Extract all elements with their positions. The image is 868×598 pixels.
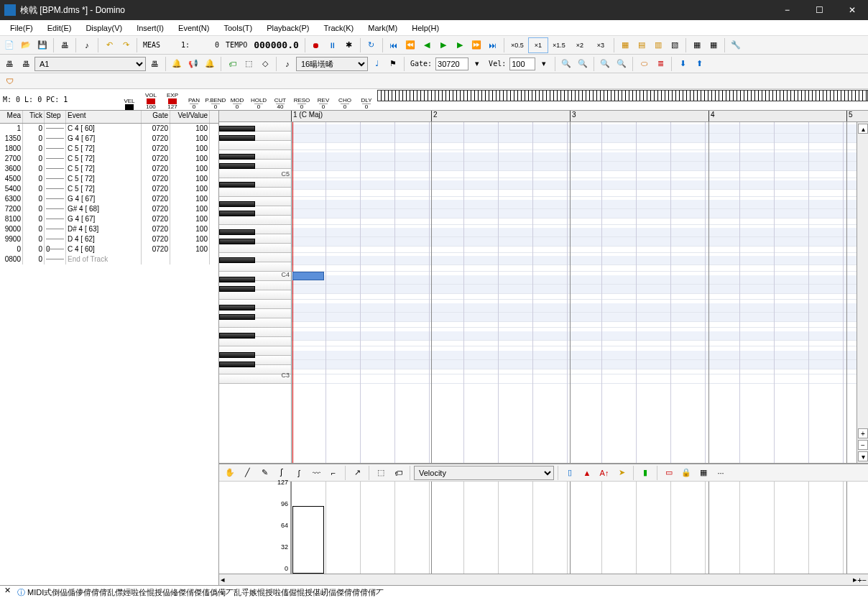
zoom-×0.5[interactable]: ×0.5 xyxy=(507,37,527,53)
menu-insert[interactable]: Insert(I) xyxy=(129,22,171,34)
panic-button[interactable]: ✱ xyxy=(341,37,357,53)
piano-keyboard[interactable]: C5C4C3 xyxy=(219,122,291,463)
velocity-bar[interactable] xyxy=(292,506,324,574)
event-row[interactable]: 27000C 5 [ 72]0720100 xyxy=(0,154,218,164)
vel-tool-wave[interactable]: 〰 xyxy=(308,465,324,481)
evcol-tick[interactable]: Tick xyxy=(23,111,45,123)
event-row[interactable]: 08000End of Track xyxy=(0,254,218,264)
zoomh-button[interactable]: 🔍 xyxy=(597,56,613,72)
minimize-button[interactable]: − xyxy=(771,0,803,20)
zoom-×1.5[interactable]: ×1.5 xyxy=(549,37,569,53)
menu-edit[interactable]: Edit(E) xyxy=(40,22,79,34)
vel-led[interactable]: ▮ xyxy=(637,465,653,481)
select-rect-button[interactable]: ⬚ xyxy=(241,56,257,72)
event-row[interactable]: 63000G 4 [ 67]0720100 xyxy=(0,194,218,204)
timeline-mark[interactable]: 1 (C Maj) xyxy=(291,111,323,121)
track-print-button[interactable]: 🖶 xyxy=(147,56,162,72)
track-select[interactable]: A1 xyxy=(34,57,146,71)
vscroll-zoom-out[interactable]: − xyxy=(858,440,868,450)
vel-lock[interactable]: 🔒 xyxy=(678,465,694,481)
vel-misc[interactable]: ··· xyxy=(713,465,729,481)
event-row[interactable]: 000C 4 [ 60]0720100 xyxy=(0,244,218,254)
vel-chart4[interactable]: ➤ xyxy=(614,465,629,481)
vel-tool-step[interactable]: ⌐ xyxy=(326,465,341,481)
undo-button[interactable]: ↶ xyxy=(101,37,117,53)
event-row[interactable]: 81000G 4 [ 67]0720100 xyxy=(0,214,218,224)
vel-chart1[interactable]: ▯ xyxy=(562,465,578,481)
step-fwd-button[interactable]: ▶ xyxy=(452,37,468,53)
velocity-grid[interactable] xyxy=(291,482,868,574)
hscroll-left[interactable]: ◂ xyxy=(221,575,225,584)
velocity-hscroll[interactable]: ◂ ▸ + − xyxy=(219,574,868,585)
save-file-button[interactable]: 💾 xyxy=(34,37,50,53)
vel-rec[interactable]: ▭ xyxy=(661,465,677,481)
timeline-mark[interactable]: 3 xyxy=(570,111,576,121)
rewind-button[interactable]: ⏪ xyxy=(402,37,418,53)
gate-spin[interactable]: ▾ xyxy=(469,56,485,72)
print-button[interactable]: 🖶 xyxy=(57,37,73,53)
vel-tool-curve2[interactable]: ∫ xyxy=(291,465,307,481)
evcol-vel/value[interactable]: Vel/Value xyxy=(170,111,210,123)
pause-button[interactable]: ⏸ xyxy=(325,37,341,53)
vel-chart3[interactable]: A↑ xyxy=(596,465,612,481)
vel-chart2[interactable]: ▲ xyxy=(579,465,595,481)
bell2-button[interactable]: 🔔 xyxy=(202,56,218,72)
loop-button[interactable]: ↻ xyxy=(364,37,379,53)
patch-select[interactable]: 16暘壜晞 xyxy=(296,57,368,71)
evcol-mea[interactable]: Mea xyxy=(0,111,23,123)
import-button[interactable]: ⬇ xyxy=(675,56,691,72)
open-file-button[interactable]: 📂 xyxy=(18,37,34,53)
menu-mark[interactable]: Mark(M) xyxy=(361,22,405,34)
event-list-body[interactable]: 10C 4 [ 60]072010013500G 4 [ 67]07201001… xyxy=(0,124,218,585)
record-button[interactable]: ⏺ xyxy=(308,37,324,53)
event-row[interactable]: 45000C 5 [ 72]0720100 xyxy=(0,174,218,184)
vel-tool-line[interactable]: ╱ xyxy=(239,465,255,481)
zoom-×2[interactable]: ×2 xyxy=(570,37,590,53)
gate-input[interactable] xyxy=(435,58,468,70)
view3-button[interactable]: ▥ xyxy=(650,37,666,53)
message-close-button[interactable]: ✕ xyxy=(0,586,14,598)
settings-button[interactable]: 🔧 xyxy=(728,37,744,53)
timeline-mark[interactable]: 5 xyxy=(846,111,853,121)
menu-display[interactable]: Display(V) xyxy=(78,22,129,34)
velocity-param-select[interactable]: Velocity xyxy=(414,466,554,480)
vel-spin[interactable]: ▾ xyxy=(536,56,552,72)
view4-button[interactable]: ▧ xyxy=(667,37,683,53)
fwd-end-button[interactable]: ⏭ xyxy=(485,37,501,53)
vel-grid[interactable]: ▦ xyxy=(696,465,711,481)
vel-tool-arrow[interactable]: ↗ xyxy=(349,465,365,481)
menu-event[interactable]: Event(N) xyxy=(171,22,216,34)
event-row[interactable]: 18000C 5 [ 72]0720100 xyxy=(0,144,218,154)
menu-file[interactable]: File(F) xyxy=(3,22,40,34)
redo-button[interactable]: ↷ xyxy=(118,37,134,53)
timeline-ruler[interactable]: 1 (C Maj)2345 xyxy=(219,111,868,122)
event-row[interactable]: 54000C 5 [ 72]0720100 xyxy=(0,184,218,194)
event-row[interactable]: 10C 4 [ 60]0720100 xyxy=(0,124,218,134)
menu-playback[interactable]: Playback(P) xyxy=(259,22,316,34)
zoom-×3[interactable]: ×3 xyxy=(591,37,611,53)
bell-button[interactable]: 🔔 xyxy=(169,56,185,72)
flag-button[interactable]: ⚑ xyxy=(385,56,401,72)
vel-input[interactable] xyxy=(509,58,535,70)
shield-icon[interactable]: 🛡 xyxy=(1,73,17,89)
view2-button[interactable]: ▤ xyxy=(634,37,650,53)
evcol-event[interactable]: Event xyxy=(66,111,142,123)
grid1-button[interactable]: ▦ xyxy=(689,37,705,53)
event-row[interactable]: 72000G# 4 [ 68]0720100 xyxy=(0,204,218,214)
track-icon-1[interactable]: 🖶 xyxy=(1,56,17,72)
zoomout-button[interactable]: 🔍 xyxy=(575,56,591,72)
note-button[interactable]: ♪ xyxy=(79,37,95,53)
event-row[interactable]: 36000C 5 [ 72]0720100 xyxy=(0,164,218,174)
hscroll-zoom-out[interactable]: − xyxy=(862,576,867,584)
menu-tools[interactable]: Tools(T) xyxy=(216,22,259,34)
midi-note[interactable] xyxy=(292,272,324,280)
vel-tool-select[interactable]: ⬚ xyxy=(373,465,389,481)
zoomv-button[interactable]: 🔍 xyxy=(614,56,629,72)
view1-button[interactable]: ▦ xyxy=(617,37,633,53)
zoomin-button[interactable]: 🔍 xyxy=(558,56,574,72)
tuning-button[interactable]: ♩ xyxy=(369,56,384,72)
evcol-gate[interactable]: Gate xyxy=(142,111,170,123)
pianoroll-vscroll[interactable]: ▴ + − ▾ xyxy=(857,122,868,463)
timeline-mark[interactable]: 2 xyxy=(431,111,438,121)
event-row[interactable]: 99000D 4 [ 62]0720100 xyxy=(0,234,218,244)
